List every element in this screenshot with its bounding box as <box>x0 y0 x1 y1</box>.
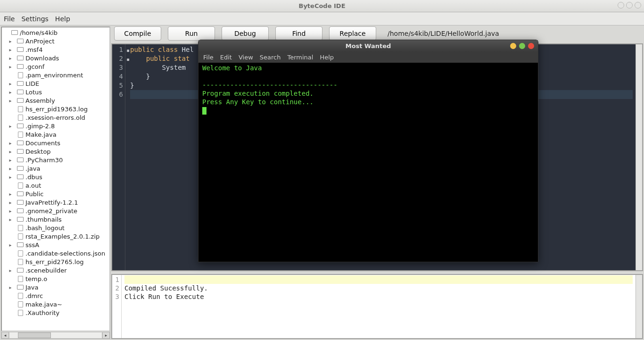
tree-item[interactable]: ▸AnProject <box>2 37 109 45</box>
tree-item[interactable]: Make.java <box>2 130 109 139</box>
tree-item[interactable]: ▸.gconf <box>2 62 109 71</box>
tree-item[interactable]: ▸Assembly <box>2 96 109 105</box>
output-text: Compiled Sucessfully.Click Run to Execut… <box>122 275 636 338</box>
find-button[interactable]: Find <box>275 26 322 41</box>
terminal-line: Program execution completed. <box>202 89 534 98</box>
expand-icon[interactable]: ▸ <box>8 81 13 86</box>
expand-icon[interactable]: ▸ <box>8 166 13 171</box>
expand-icon[interactable]: ▸ <box>8 98 13 103</box>
tree-item[interactable]: ▸.java <box>2 164 109 173</box>
tree-item[interactable]: .Xauthority <box>2 308 109 317</box>
tree-item[interactable]: .bash_logout <box>2 224 109 232</box>
tree-item[interactable]: ▸.scenebuilder <box>2 266 109 274</box>
expand-icon[interactable]: ▸ <box>8 158 13 163</box>
tree-item[interactable]: ▸Java <box>2 283 109 291</box>
sidebar-hscroll[interactable]: ◂ ▸ <box>1 331 110 339</box>
file-icon <box>17 72 24 78</box>
expand-icon[interactable]: ▸ <box>8 124 13 129</box>
replace-button[interactable]: Replace <box>329 26 376 41</box>
scroll-thumb[interactable] <box>18 332 51 338</box>
minimize-icon[interactable] <box>618 2 624 8</box>
tree-item[interactable]: rsta_Examples_2.0.1.zip <box>2 232 109 240</box>
expand-icon[interactable]: ▸ <box>8 47 13 52</box>
expand-icon[interactable]: ▸ <box>8 217 13 222</box>
expand-icon[interactable]: ▸ <box>8 268 13 273</box>
folder-icon <box>17 191 24 197</box>
tree-item[interactable]: ▸Downloads <box>2 54 109 62</box>
gutter-line: 1 <box>112 45 123 54</box>
expand-icon[interactable]: ▸ <box>8 242 13 248</box>
terminal-menu-terminal[interactable]: Terminal <box>287 54 313 61</box>
expand-icon[interactable]: ▸ <box>8 64 13 69</box>
folder-icon <box>17 148 24 155</box>
scroll-left-icon[interactable]: ◂ <box>1 332 9 339</box>
tree-item[interactable]: ▸Lotus <box>2 88 109 96</box>
scroll-track[interactable] <box>9 332 102 339</box>
terminal-body[interactable]: Welcome to Java ------------------------… <box>198 63 538 262</box>
folder-icon <box>17 123 24 129</box>
tree-item[interactable]: .candidate-selections.json <box>2 249 109 257</box>
expand-icon[interactable]: ▸ <box>8 200 13 205</box>
folder-icon <box>17 46 24 53</box>
file-icon <box>17 224 24 231</box>
file-tree[interactable]: /home/s4kib▸AnProject▸.msf4▸Downloads▸.g… <box>1 27 110 331</box>
tree-item[interactable]: ▸Public <box>2 190 109 198</box>
tree-item[interactable]: make.java~ <box>2 300 109 308</box>
tree-item[interactable]: temp.o <box>2 274 109 283</box>
expand-icon[interactable]: ▸ <box>8 141 13 146</box>
menu-file[interactable]: File <box>4 15 15 23</box>
tree-item[interactable]: ▸.PyCharm30 <box>2 156 109 164</box>
tree-item[interactable]: a.out <box>2 181 109 190</box>
tree-item[interactable]: ▸.dbus <box>2 173 109 181</box>
folder-icon <box>17 241 24 248</box>
menu-help[interactable]: Help <box>55 15 70 23</box>
tree-item[interactable]: ▸.gimp-2.8 <box>2 122 109 130</box>
run-button[interactable]: Run <box>168 26 215 41</box>
tree-item[interactable]: ▸sssA <box>2 240 109 249</box>
gutter-line: 2 <box>112 54 123 63</box>
tree-item-label: .gimp-2.8 <box>25 123 55 130</box>
tree-item[interactable]: ▸LIDE <box>2 79 109 88</box>
file-sidebar: /home/s4kib▸AnProject▸.msf4▸Downloads▸.g… <box>1 26 110 339</box>
menu-settings[interactable]: Settings <box>21 15 48 23</box>
scroll-right-icon[interactable]: ▸ <box>102 332 110 339</box>
terminal-menu-view[interactable]: View <box>239 54 253 61</box>
tree-item[interactable]: ▸Desktop <box>2 147 109 156</box>
terminal-menu-edit[interactable]: Edit <box>220 54 232 61</box>
expand-icon[interactable]: ▸ <box>8 149 13 154</box>
tree-item[interactable]: .xsession-errors.old <box>2 113 109 122</box>
tree-item[interactable]: hs_err_pid2765.log <box>2 257 109 266</box>
close-icon[interactable] <box>635 2 641 8</box>
expand-icon[interactable]: ▸ <box>8 90 13 95</box>
file-icon <box>17 258 24 265</box>
tree-item[interactable]: ▸JavaPrettify-1.2.1 <box>2 198 109 207</box>
terminal-window[interactable]: Most Wanted File Edit View Search Termin… <box>198 40 538 262</box>
expand-icon[interactable]: ▸ <box>8 208 13 214</box>
terminal-maximize-icon[interactable] <box>519 43 525 49</box>
debug-button[interactable]: Debug <box>222 26 269 41</box>
terminal-menu-file[interactable]: File <box>203 54 214 61</box>
tree-item[interactable]: .dmrc <box>2 291 109 300</box>
tree-item[interactable]: ▸.msf4 <box>2 45 109 54</box>
expand-icon[interactable]: ▸ <box>8 39 13 44</box>
tree-item[interactable]: ▸.thumbnails <box>2 215 109 224</box>
editor-vscroll[interactable] <box>636 44 642 270</box>
terminal-close-icon[interactable] <box>528 43 534 49</box>
expand-icon[interactable]: ▸ <box>8 56 13 61</box>
terminal-menu-search[interactable]: Search <box>260 54 281 61</box>
terminal-titlebar[interactable]: Most Wanted <box>198 40 538 51</box>
tree-root[interactable]: /home/s4kib <box>2 28 109 37</box>
expand-icon[interactable]: ▸ <box>8 285 13 290</box>
maximize-icon[interactable] <box>626 2 633 8</box>
expand-icon[interactable]: ▸ <box>8 174 13 180</box>
tree-item[interactable]: ▸.gnome2_private <box>2 207 109 215</box>
tree-item[interactable]: ▸Documents <box>2 139 109 147</box>
terminal-minimize-icon[interactable] <box>510 43 516 49</box>
tree-item[interactable]: .pam_environment <box>2 71 109 79</box>
expand-icon[interactable]: ▸ <box>8 191 13 197</box>
terminal-menu-help[interactable]: Help <box>320 54 334 61</box>
output-vscroll[interactable] <box>636 275 642 338</box>
tree-item-label: temp.o <box>25 275 47 282</box>
tree-item[interactable]: hs_err_pid19363.log <box>2 105 109 113</box>
compile-button[interactable]: Compile <box>114 26 161 41</box>
